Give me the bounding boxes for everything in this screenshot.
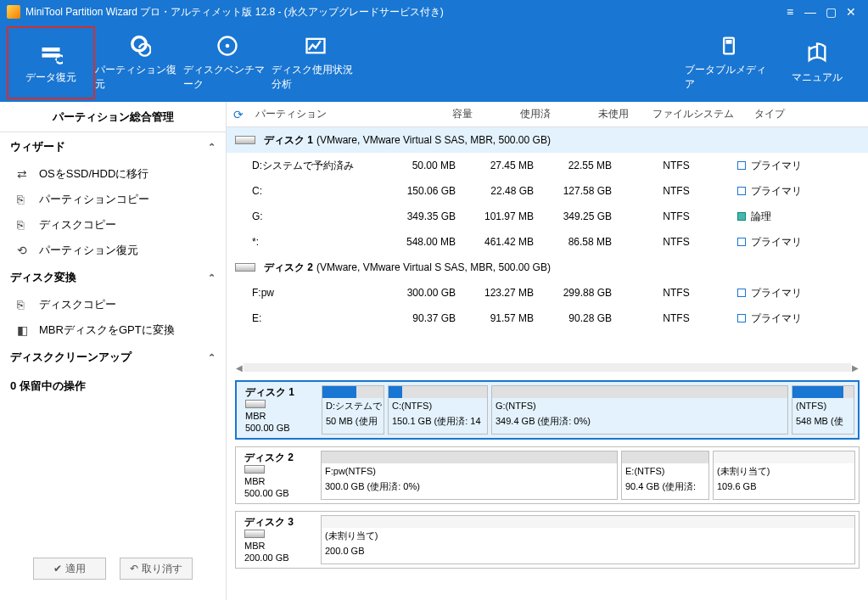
check-icon: ✔ bbox=[53, 563, 62, 575]
window-title: MiniTool Partition Wizard プロ・アルティメット版 12… bbox=[25, 5, 444, 20]
cleanup-group-header[interactable]: ディスククリーンアップ ⌃ bbox=[0, 343, 226, 372]
convert-group-header[interactable]: ディスク変換 ⌃ bbox=[0, 263, 226, 292]
partition-box[interactable]: E:(NTFS)90.4 GB (使用済: bbox=[621, 451, 709, 500]
ribbon: データ復元 パーティション復元 ディスクベンチマーク ディスク使用状況分析 ブー… bbox=[0, 24, 868, 102]
manual-button[interactable]: マニュアル bbox=[773, 26, 861, 99]
partition-box[interactable]: F:pw(NTFS)300.0 GB (使用済: 0%) bbox=[321, 451, 618, 500]
disk-usage-button[interactable]: ディスク使用状況分析 bbox=[272, 26, 360, 99]
col-partition[interactable]: パーティション bbox=[252, 107, 406, 121]
table-row[interactable]: *:548.00 MB461.42 MB86.58 MBNTFSプライマリ bbox=[227, 229, 868, 255]
close-icon[interactable]: ✕ bbox=[841, 5, 861, 19]
pending-operations: 0 保留中の操作 bbox=[0, 372, 226, 401]
title-bar: MiniTool Partition Wizard プロ・アルティメット版 12… bbox=[0, 0, 868, 24]
disk1-header[interactable]: ディスク 1 (VMware, VMware Virtual S SAS, MB… bbox=[227, 127, 868, 153]
col-capacity[interactable]: 容量 bbox=[406, 107, 484, 121]
sidebar-item-disk-copy2[interactable]: ⎘ディスクコピー bbox=[0, 292, 226, 317]
disk-icon bbox=[244, 465, 265, 474]
sidebar-item-mbr2gpt[interactable]: ◧MBRディスクをGPTに変換 bbox=[0, 317, 226, 343]
disk-icon bbox=[245, 400, 266, 408]
disk-icon bbox=[235, 136, 255, 144]
table-row[interactable]: C:150.06 GB22.48 GB127.58 GBNTFSプライマリ bbox=[227, 178, 868, 204]
table-row[interactable]: E:90.37 GB91.57 MB90.28 GBNTFSプライマリ bbox=[227, 306, 868, 331]
col-filesystem[interactable]: ファイルシステム bbox=[641, 107, 746, 121]
disk-map-3[interactable]: ディスク 3 MBR 200.00 GB (未割り当て)200.0 GB bbox=[235, 511, 860, 569]
col-used[interactable]: 使用済 bbox=[484, 107, 563, 121]
chevron-up-icon: ⌃ bbox=[208, 272, 216, 283]
table-header: ⟳ パーティション 容量 使用済 未使用 ファイルシステム タイプ bbox=[227, 102, 868, 127]
disk-map-2[interactable]: ディスク 2 MBR 500.00 GB F:pw(NTFS)300.0 GB … bbox=[235, 446, 860, 504]
partition-box[interactable]: C:(NTFS)150.1 GB (使用済: 14 bbox=[388, 385, 488, 435]
convert-icon: ◧ bbox=[17, 323, 32, 337]
disk-icon bbox=[244, 530, 265, 538]
table-row[interactable]: D:システムで予約済み50.00 MB27.45 MB22.55 MBNTFSプ… bbox=[227, 153, 868, 178]
undo-icon: ↶ bbox=[130, 563, 138, 575]
app-icon bbox=[7, 5, 20, 19]
scroll-left-icon[interactable]: ◀ bbox=[235, 363, 244, 373]
sidebar-tab[interactable]: パーティション総合管理 bbox=[0, 102, 226, 132]
bootable-media-button[interactable]: ブータブルメディア bbox=[685, 26, 773, 99]
manual-icon bbox=[805, 42, 829, 65]
migrate-icon: ⇄ bbox=[17, 167, 32, 181]
disk-benchmark-button[interactable]: ディスクベンチマーク bbox=[183, 26, 272, 99]
disk-map-area: ディスク 1 MBR 500.00 GB D:システムで50 MB (使用 C:… bbox=[227, 373, 868, 600]
sidebar-item-disk-copy[interactable]: ⎘ディスクコピー bbox=[0, 212, 226, 238]
svg-rect-0 bbox=[42, 48, 60, 52]
partition-box[interactable]: (未割り当て)200.0 GB bbox=[321, 515, 855, 564]
sidebar-item-partition-copy[interactable]: ⎘パーティションコピー bbox=[0, 187, 226, 212]
disk-benchmark-icon bbox=[216, 34, 239, 58]
minimize-icon[interactable]: — bbox=[800, 5, 820, 19]
bootable-media-icon bbox=[717, 34, 741, 58]
content-area: ⟳ パーティション 容量 使用済 未使用 ファイルシステム タイプ ディスク 1… bbox=[227, 102, 868, 600]
maximize-icon[interactable]: ▢ bbox=[820, 5, 841, 19]
col-type[interactable]: タイプ bbox=[746, 107, 831, 121]
wizard-group-header[interactable]: ウィザード ⌃ bbox=[0, 132, 226, 161]
copy-icon: ⎘ bbox=[17, 193, 32, 206]
chevron-up-icon: ⌃ bbox=[208, 142, 216, 153]
recovery-icon: ⟲ bbox=[17, 244, 32, 257]
data-recovery-button[interactable]: データ復元 bbox=[7, 26, 95, 99]
data-recovery-icon bbox=[39, 42, 63, 65]
partition-box[interactable]: (未割り当て)109.6 GB bbox=[713, 451, 855, 500]
disk-copy-icon: ⎘ bbox=[17, 298, 32, 311]
partition-box[interactable]: D:システムで50 MB (使用 bbox=[322, 385, 384, 435]
apply-button[interactable]: ✔適用 bbox=[33, 558, 106, 580]
disk-copy-icon: ⎘ bbox=[17, 218, 32, 232]
disk-map-1[interactable]: ディスク 1 MBR 500.00 GB D:システムで50 MB (使用 C:… bbox=[235, 380, 860, 440]
table-row[interactable]: G:349.35 GB101.97 MB349.25 GBNTFS論理 bbox=[227, 204, 868, 229]
sidebar-item-partition-recovery[interactable]: ⟲パーティション復元 bbox=[0, 238, 226, 263]
disk2-header[interactable]: ディスク 2 (VMware, VMware Virtual S SAS, MB… bbox=[227, 255, 868, 280]
svg-rect-7 bbox=[726, 40, 732, 44]
sidebar-item-os-migrate[interactable]: ⇄OSをSSD/HDDに移行 bbox=[0, 161, 226, 187]
svg-point-4 bbox=[226, 44, 230, 48]
partition-box[interactable]: G:(NTFS)349.4 GB (使用済: 0%) bbox=[491, 385, 788, 435]
horizontal-scrollbar[interactable]: ◀ ▶ bbox=[235, 362, 860, 373]
disk-usage-icon bbox=[304, 34, 328, 58]
disk-icon bbox=[235, 263, 255, 272]
chevron-up-icon: ⌃ bbox=[208, 352, 216, 363]
table-row[interactable]: F:pw300.00 GB123.27 MB299.88 GBNTFSプライマリ bbox=[227, 280, 868, 306]
undo-button[interactable]: ↶取り消す bbox=[120, 558, 193, 580]
menu-icon[interactable]: ≡ bbox=[780, 5, 800, 19]
partition-recovery-icon bbox=[127, 34, 151, 58]
sidebar: パーティション総合管理 ウィザード ⌃ ⇄OSをSSD/HDDに移行 ⎘パーティ… bbox=[0, 102, 227, 600]
scroll-right-icon[interactable]: ▶ bbox=[851, 363, 860, 373]
partition-recovery-button[interactable]: パーティション復元 bbox=[95, 26, 183, 99]
svg-rect-5 bbox=[307, 39, 325, 53]
partition-box[interactable]: (NTFS)548 MB (使 bbox=[792, 385, 854, 435]
col-unused[interactable]: 未使用 bbox=[563, 107, 641, 121]
refresh-icon[interactable]: ⟳ bbox=[233, 108, 252, 121]
